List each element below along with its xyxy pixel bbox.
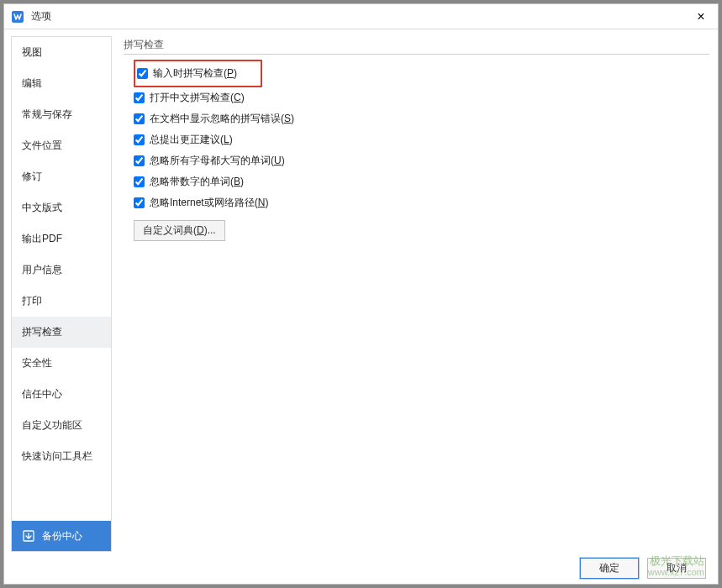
check-row-4[interactable]: 忽略所有字母都大写的单词(U) [134, 150, 709, 171]
app-icon [11, 10, 24, 24]
sidebar-item-label: 自定义功能区 [22, 419, 82, 431]
sidebar-item-label: 安全性 [22, 357, 52, 369]
close-icon: × [697, 10, 704, 24]
sidebar-item-7[interactable]: 用户信息 [12, 255, 111, 286]
footer-bar: 确定 取消 极光下载站 www.xz7.com [4, 552, 718, 584]
check-label-3: 总提出更正建议(L) [150, 133, 233, 147]
checkbox-0[interactable] [137, 68, 148, 79]
sidebar-item-label: 用户信息 [22, 264, 62, 276]
backup-center-button[interactable]: 备份中心 [12, 521, 111, 551]
close-button[interactable]: × [684, 4, 718, 29]
check-label-6: 忽略Internet或网络路径(N) [150, 196, 268, 210]
sidebar-item-label: 修订 [22, 171, 42, 182]
custom-dictionary-button[interactable]: 自定义词典(D)... [134, 220, 225, 241]
sidebar-item-2[interactable]: 常规与保存 [12, 99, 111, 130]
sidebar-item-label: 常规与保存 [22, 108, 72, 120]
sidebar-item-13[interactable]: 快速访问工具栏 [12, 441, 111, 472]
sidebar-item-11[interactable]: 信任中心 [12, 379, 111, 410]
sidebar: 视图编辑常规与保存文件位置修订中文版式输出PDF用户信息打印拼写检查安全性信任中… [11, 36, 112, 552]
sidebar-item-label: 中文版式 [22, 202, 62, 213]
sidebar-item-3[interactable]: 文件位置 [12, 130, 111, 161]
options-block: 输入时拼写检查(P)打开中文拼写检查(C)在文档中显示忽略的拼写错误(S)总提出… [122, 60, 709, 241]
options-dialog: 选项 × 视图编辑常规与保存文件位置修订中文版式输出PDF用户信息打印拼写检查安… [3, 3, 719, 585]
sidebar-item-0[interactable]: 视图 [12, 37, 111, 68]
sidebar-item-8[interactable]: 打印 [12, 286, 111, 317]
dialog-body: 视图编辑常规与保存文件位置修订中文版式输出PDF用户信息打印拼写检查安全性信任中… [4, 29, 718, 552]
sidebar-item-9[interactable]: 拼写检查 [12, 317, 111, 348]
sidebar-item-label: 拼写检查 [22, 326, 62, 338]
sidebar-item-label: 打印 [22, 295, 42, 307]
check-label-2: 在文档中显示忽略的拼写错误(S) [150, 112, 294, 126]
sidebar-items: 视图编辑常规与保存文件位置修订中文版式输出PDF用户信息打印拼写检查安全性信任中… [12, 37, 111, 521]
sidebar-item-12[interactable]: 自定义功能区 [12, 410, 111, 441]
check-row-2[interactable]: 在文档中显示忽略的拼写错误(S) [134, 108, 709, 129]
sidebar-item-5[interactable]: 中文版式 [12, 192, 111, 223]
check-row-1[interactable]: 打开中文拼写检查(C) [134, 87, 709, 108]
check-label-1: 打开中文拼写检查(C) [150, 91, 245, 105]
check-row-5[interactable]: 忽略带数字的单词(B) [134, 171, 709, 192]
backup-icon [22, 529, 35, 543]
sidebar-item-1[interactable]: 编辑 [12, 68, 111, 99]
checkbox-2[interactable] [134, 113, 145, 124]
sidebar-item-6[interactable]: 输出PDF [12, 223, 111, 255]
check-label-5: 忽略带数字的单词(B) [150, 175, 244, 189]
sidebar-item-label: 快速访问工具栏 [22, 450, 92, 462]
check-row-6[interactable]: 忽略Internet或网络路径(N) [134, 192, 709, 213]
checkbox-4[interactable] [134, 155, 145, 166]
ok-button[interactable]: 确定 [580, 558, 639, 579]
checkbox-6[interactable] [134, 197, 145, 208]
check-row-0[interactable]: 输入时拼写检查(P) [137, 63, 237, 84]
highlight-box: 输入时拼写检查(P) [134, 60, 262, 87]
sidebar-item-label: 文件位置 [22, 139, 62, 151]
check-label-0: 输入时拼写检查(P) [153, 66, 237, 81]
sidebar-item-label: 视图 [22, 46, 42, 58]
title-bar: 选项 × [4, 4, 718, 29]
backup-center-label: 备份中心 [42, 529, 82, 543]
sidebar-item-10[interactable]: 安全性 [12, 348, 111, 379]
sidebar-item-label: 输出PDF [22, 233, 62, 244]
sidebar-item-4[interactable]: 修订 [12, 161, 111, 192]
checkbox-3[interactable] [134, 134, 145, 145]
checkbox-1[interactable] [134, 92, 145, 103]
dialog-title: 选项 [31, 9, 51, 24]
check-row-3[interactable]: 总提出更正建议(L) [134, 129, 709, 150]
group-label: 拼写检查 [124, 38, 709, 55]
checkbox-5[interactable] [134, 176, 145, 187]
check-label-4: 忽略所有字母都大写的单词(U) [150, 154, 285, 168]
sidebar-item-label: 编辑 [22, 77, 42, 89]
sidebar-item-label: 信任中心 [22, 388, 62, 400]
content-panel: 拼写检查 输入时拼写检查(P)打开中文拼写检查(C)在文档中显示忽略的拼写错误(… [112, 29, 718, 552]
cancel-button[interactable]: 取消 [647, 558, 706, 579]
